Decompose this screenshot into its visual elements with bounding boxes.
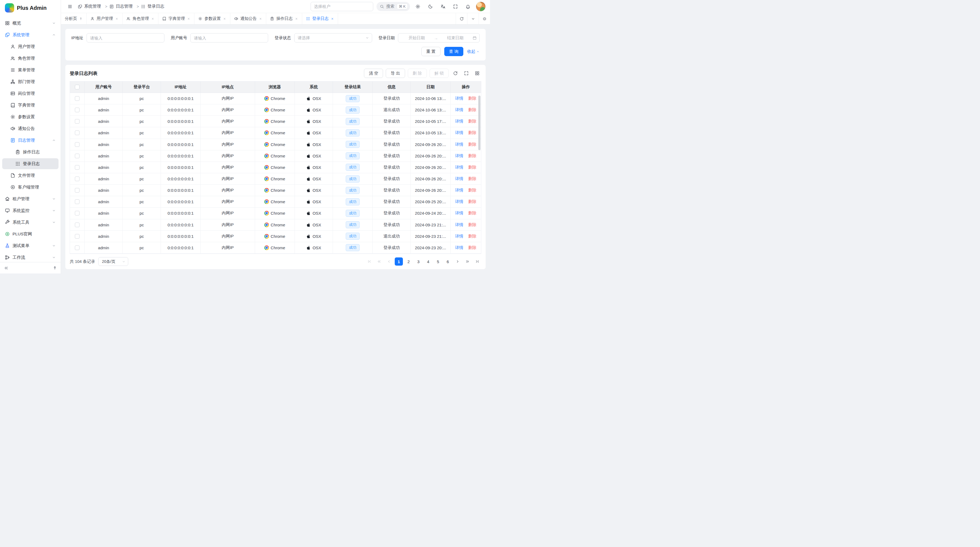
page-button-1[interactable]: 1 (395, 257, 403, 266)
sidebar-item-9[interactable]: 通知公告 (2, 123, 59, 134)
breadcrumb-item[interactable]: 系统管理 > (78, 3, 107, 9)
tab-7[interactable]: 登录日志 (302, 13, 338, 24)
close-tab-icon[interactable] (331, 17, 334, 21)
row-checkbox[interactable] (75, 119, 80, 124)
ip-input[interactable] (87, 33, 164, 43)
page-button-6[interactable]: 6 (444, 257, 452, 266)
sidebar-item-16[interactable]: 系统监控 (2, 205, 59, 216)
delete-link[interactable]: 删除 (468, 222, 476, 228)
sidebar-item-18[interactable]: PLUS官网 (2, 228, 59, 239)
sidebar-item-14[interactable]: 客户端管理 (2, 182, 59, 193)
sidebar-item-13[interactable]: 文件管理 (2, 170, 59, 181)
row-checkbox[interactable] (75, 188, 80, 193)
sidebar-item-6[interactable]: 岗位管理 (2, 88, 59, 99)
tab-3[interactable]: 字典管理 (158, 13, 194, 24)
theme-toggle-button[interactable] (426, 2, 435, 11)
sidebar-item-20[interactable]: 工作流 (2, 252, 59, 262)
row-checkbox[interactable] (75, 131, 80, 135)
first-page-button[interactable] (365, 257, 374, 266)
sidebar-item-10[interactable]: 日志管理 (2, 135, 59, 146)
last-page-button[interactable] (473, 257, 481, 266)
column-header[interactable]: 浏览器 (255, 81, 295, 93)
column-header[interactable]: 用户账号 (85, 81, 123, 93)
sidebar-item-2[interactable]: 用户管理 (2, 41, 59, 52)
row-checkbox[interactable] (75, 246, 80, 250)
page-button-5[interactable]: 5 (434, 257, 442, 266)
delete-link[interactable]: 删除 (468, 199, 476, 204)
search-button[interactable]: 查 询 (444, 47, 463, 56)
toolbar-button-3[interactable]: 解 锁 (430, 69, 449, 78)
notifications-button[interactable] (463, 2, 473, 11)
delete-link[interactable]: 删除 (468, 188, 476, 193)
sidebar-item-17[interactable]: 系统工具 (2, 217, 59, 228)
tenant-select[interactable] (310, 2, 373, 11)
detail-link[interactable]: 详情 (455, 222, 463, 228)
column-header[interactable]: IP地点 (200, 81, 255, 93)
content-fullscreen-button[interactable] (479, 13, 490, 24)
delete-link[interactable]: 删除 (468, 96, 476, 101)
select-all-checkbox[interactable] (75, 85, 80, 89)
next-page-button[interactable] (453, 257, 462, 266)
column-header[interactable]: 登录平台 (123, 81, 161, 93)
page-button-2[interactable]: 2 (404, 257, 413, 266)
detail-link[interactable]: 详情 (455, 176, 463, 182)
toolbar-button-2[interactable]: 删 除 (408, 69, 427, 78)
next-pages-button[interactable] (463, 257, 471, 266)
column-header[interactable]: 日期 (411, 81, 450, 93)
row-checkbox[interactable] (75, 234, 80, 239)
sidebar-item-11[interactable]: 操作日志 (2, 147, 59, 158)
column-header[interactable]: 信息 (373, 81, 411, 93)
sidebar-item-7[interactable]: 字典管理 (2, 100, 59, 111)
close-tab-icon[interactable] (187, 17, 190, 21)
row-checkbox[interactable] (75, 142, 80, 147)
column-header[interactable]: 系统 (295, 81, 333, 93)
sidebar-item-4[interactable]: 菜单管理 (2, 65, 59, 75)
close-tab-icon[interactable] (259, 17, 262, 21)
global-search[interactable]: 搜索 ⌘ K (377, 2, 410, 11)
row-checkbox[interactable] (75, 96, 80, 101)
close-tab-icon[interactable] (295, 17, 298, 21)
prev-pages-button[interactable] (375, 257, 383, 266)
date-range-picker[interactable]: 开始日期 → 结束日期 (398, 33, 480, 43)
detail-link[interactable]: 详情 (455, 234, 463, 239)
close-tab-icon[interactable] (115, 17, 118, 21)
delete-link[interactable]: 删除 (468, 245, 476, 250)
delete-link[interactable]: 删除 (468, 153, 476, 159)
breadcrumb-item[interactable]: 登录日志 > (141, 3, 164, 9)
sidebar-item-3[interactable]: 角色管理 (2, 53, 59, 64)
refresh-table-button[interactable] (451, 69, 460, 77)
toolbar-button-1[interactable]: 导 出 (386, 69, 405, 78)
tab-2[interactable]: 角色管理 (123, 13, 158, 24)
tab-1[interactable]: 用户管理 (87, 13, 123, 24)
delete-link[interactable]: 删除 (468, 107, 476, 113)
refresh-tab-button[interactable] (456, 13, 467, 24)
toggle-menu-button[interactable] (65, 2, 75, 11)
tab-5[interactable]: 通知公告 (230, 13, 266, 24)
app-logo[interactable]: Plus Admin (0, 0, 61, 16)
page-size-select[interactable]: 20条/页 (98, 257, 128, 266)
sidebar-item-5[interactable]: 部门管理 (2, 76, 59, 87)
tab-6[interactable]: 操作日志 (266, 13, 302, 24)
row-checkbox[interactable] (75, 165, 80, 170)
reset-button[interactable]: 重 置 (422, 47, 441, 56)
row-checkbox[interactable] (75, 177, 80, 181)
delete-link[interactable]: 删除 (468, 119, 476, 124)
sidebar-item-8[interactable]: 参数设置 (2, 112, 59, 122)
sidebar-item-19[interactable]: 测试菜单 (2, 240, 59, 251)
collapse-filters-link[interactable]: 收起 (467, 49, 480, 54)
detail-link[interactable]: 详情 (455, 96, 463, 101)
detail-link[interactable]: 详情 (455, 142, 463, 147)
sidebar-item-1[interactable]: 系统管理 (2, 29, 59, 40)
column-header[interactable]: IP地址 (161, 81, 200, 93)
column-header[interactable]: 操作 (450, 81, 481, 93)
delete-link[interactable]: 删除 (468, 130, 476, 136)
fullscreen-button[interactable] (451, 2, 460, 11)
detail-link[interactable]: 详情 (455, 130, 463, 136)
close-tab-icon[interactable] (223, 17, 226, 21)
sidebar-item-15[interactable]: 租户管理 (2, 193, 59, 204)
page-button-4[interactable]: 4 (424, 257, 432, 266)
table-scrollbar[interactable] (478, 96, 480, 150)
delete-link[interactable]: 删除 (468, 234, 476, 239)
account-input[interactable] (190, 33, 268, 43)
detail-link[interactable]: 详情 (455, 153, 463, 159)
